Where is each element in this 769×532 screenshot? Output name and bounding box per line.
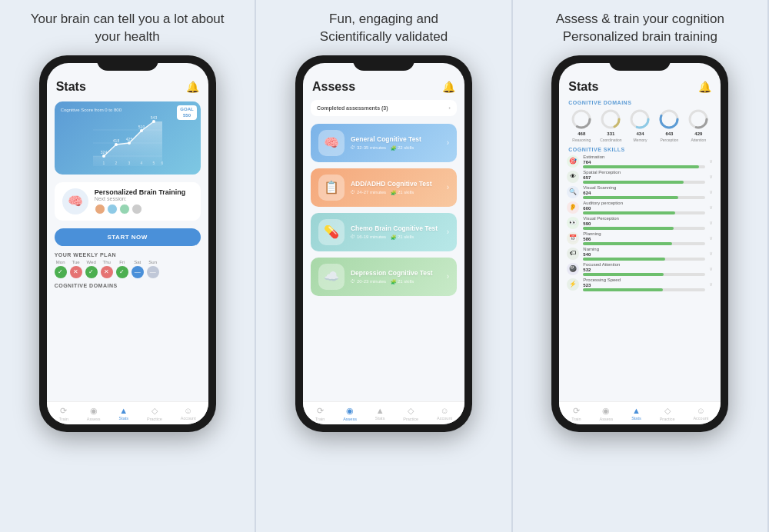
- nav-train-label-1: Train: [59, 417, 68, 421]
- p3-header-title: Stats: [568, 80, 598, 94]
- auditory-chevron: ∨: [709, 204, 713, 211]
- domain-score-perception: 643: [665, 131, 673, 136]
- panel-3: Assess & train your cognition Personaliz…: [513, 0, 769, 532]
- p2-header-title: Assess: [312, 80, 355, 94]
- domain-ring-perception: [658, 108, 680, 130]
- card-subtitle: Next session:: [95, 196, 186, 201]
- domain-name-coordination: Coordination: [600, 138, 621, 142]
- assess-icon-3: ◉: [602, 406, 610, 416]
- nav-assess-1[interactable]: ◉ Assess: [87, 406, 101, 421]
- svg-text:4: 4: [140, 161, 142, 165]
- planning-chevron: ∨: [709, 235, 713, 241]
- domain-score-memory: 434: [636, 131, 644, 136]
- phone-1-notch: [97, 55, 158, 71]
- avatar-row: [95, 204, 186, 214]
- depression-skills: 🧩 21 skills: [391, 279, 414, 284]
- cognitive-domains-label: COGNITIVE DOMAINS: [55, 283, 201, 288]
- practice-icon-1: ◇: [151, 406, 158, 416]
- day-sat: Sat —: [131, 260, 144, 278]
- nav-stats-1[interactable]: ▲ Stats: [119, 406, 129, 421]
- general-test-meta: ⏱ 32-35 minutes 🧩 22 skills: [351, 145, 441, 151]
- adhd-test-info: ADD/ADHD Cognitive Test ⏱ 24-27 minutes …: [351, 180, 441, 195]
- domain-coordination: 331 Coordination: [600, 108, 621, 142]
- test-card-general[interactable]: 🧠 General Cognitive Test ⏱ 32-35 minutes…: [311, 124, 457, 162]
- chemo-duration: ⏱ 16-19 minutes: [351, 234, 386, 240]
- visual-scanning-info: Visual Scanning 624: [583, 185, 705, 199]
- general-duration: ⏱ 32-35 minutes: [351, 145, 386, 151]
- svg-text:5: 5: [152, 161, 155, 165]
- nav-practice-2[interactable]: ◇ Practice: [403, 406, 418, 421]
- depression-duration: ⏱ 20-23 minutes: [351, 279, 386, 284]
- p2-bottom-nav: ⟳ Train ◉ Assess ▲ Stats ◇ Practice ☺: [303, 401, 464, 424]
- focused-attention-chevron: ∨: [709, 266, 713, 272]
- nav-assess-2[interactable]: ◉ Assess: [343, 406, 357, 421]
- adhd-skills: 🧩 21 skills: [391, 190, 414, 195]
- train-icon-2: ⟳: [317, 406, 324, 416]
- nav-train-3[interactable]: ⟳ Train: [571, 406, 581, 421]
- panel-2-title: Fun, engaging and Scientifically validat…: [320, 11, 448, 46]
- chemo-skills: 🧩 21 skills: [391, 234, 414, 240]
- nav-stats-3[interactable]: ▲ Stats: [631, 406, 641, 421]
- nav-train-label-2: Train: [315, 417, 325, 421]
- nav-account-3[interactable]: ☺ Account: [693, 406, 708, 421]
- adhd-chevron: ›: [447, 183, 449, 191]
- chevron-right-completed: ›: [448, 105, 451, 111]
- chemo-chevron: ›: [447, 228, 449, 236]
- cog-domains-title: COGNITIVE DOMAINS: [568, 100, 711, 105]
- svg-point-8: [152, 120, 155, 123]
- general-test-icon: 🧠: [318, 130, 345, 156]
- depression-test-info: Depression Cognitive Test ⏱ 20-23 minute…: [351, 269, 441, 284]
- domain-score-reasoning: 468: [578, 131, 585, 136]
- chart-svg: 324 418 425 510 543 1 2 3 4 5 6: [61, 114, 195, 166]
- nav-account-1[interactable]: ☺ Account: [181, 406, 196, 421]
- nav-practice-1[interactable]: ◇ Practice: [147, 406, 162, 421]
- domain-ring-memory: [629, 108, 651, 130]
- nav-stats-2[interactable]: ▲ Stats: [375, 406, 385, 421]
- focused-attention-icon: 🎱: [567, 263, 579, 275]
- avatar-1: [95, 204, 105, 214]
- svg-text:510: 510: [138, 125, 145, 129]
- train-icon-1: ⟳: [60, 406, 67, 416]
- test-card-depression[interactable]: ☁️ Depression Cognitive Test ⏱ 20-23 min…: [311, 258, 457, 296]
- domain-score-attention: 429: [694, 131, 702, 136]
- depression-chevron: ›: [447, 272, 449, 281]
- nav-account-label-2: Account: [437, 416, 452, 421]
- nav-train-1[interactable]: ⟳ Train: [59, 406, 68, 421]
- svg-point-5: [115, 143, 118, 146]
- nav-train-2[interactable]: ⟳ Train: [315, 406, 325, 421]
- nav-assess-3[interactable]: ◉ Assess: [600, 406, 614, 421]
- estimation-info: Estimation 764: [583, 155, 705, 168]
- naming-info: Naming 540: [583, 247, 705, 261]
- nav-account-2[interactable]: ☺ Account: [437, 406, 452, 421]
- svg-marker-3: [93, 121, 162, 166]
- stats-icon-2: ▲: [376, 406, 384, 415]
- day-thu: Thu ✕: [101, 260, 113, 278]
- start-now-button[interactable]: START NOW: [55, 228, 201, 246]
- depression-test-icon: ☁️: [318, 264, 345, 290]
- nav-practice-3[interactable]: ◇ Practice: [660, 406, 675, 421]
- test-card-adhd[interactable]: 📋 ADD/ADHD Cognitive Test ⏱ 24-27 minute…: [311, 168, 457, 207]
- avatar-3: [119, 204, 130, 214]
- svg-text:1: 1: [102, 161, 105, 165]
- test-card-chemo[interactable]: 💊 Chemo Brain Cognitive Test ⏱ 16-19 min…: [311, 213, 457, 251]
- domain-name-reasoning: Reasoning: [572, 138, 591, 142]
- domain-perception: 643 Perception: [658, 108, 680, 142]
- avatar-4: [131, 204, 142, 214]
- weekly-plan-title: YOUR WEEKLY PLAN: [55, 252, 201, 258]
- skill-auditory: 👂 Auditory perception 600 ∨: [567, 201, 713, 214]
- skill-focused-attention: 🎱 Focused Attention 532 ∨: [567, 262, 713, 276]
- nav-account-label-3: Account: [693, 416, 708, 421]
- domain-reasoning: 468 Reasoning: [571, 108, 592, 142]
- completed-bar[interactable]: Completed assessments (3) ›: [311, 100, 457, 116]
- assess-icon-2: ◉: [346, 406, 354, 416]
- domain-score-coordination: 331: [607, 131, 614, 136]
- practice-icon-2: ◇: [408, 406, 414, 416]
- domain-memory: 434 Memory: [629, 108, 651, 142]
- phone-1: Stats 🔔 Cognitive Score from 0 to 800 GO…: [39, 55, 216, 432]
- bell-icon-2: 🔔: [442, 81, 455, 93]
- svg-point-6: [128, 141, 131, 145]
- skill-naming: 🏷 Naming 540 ∨: [567, 247, 713, 261]
- stats-icon-3: ▲: [632, 406, 641, 415]
- day-mon: Mon ✓: [55, 260, 67, 278]
- domain-ring-attention: [687, 108, 709, 130]
